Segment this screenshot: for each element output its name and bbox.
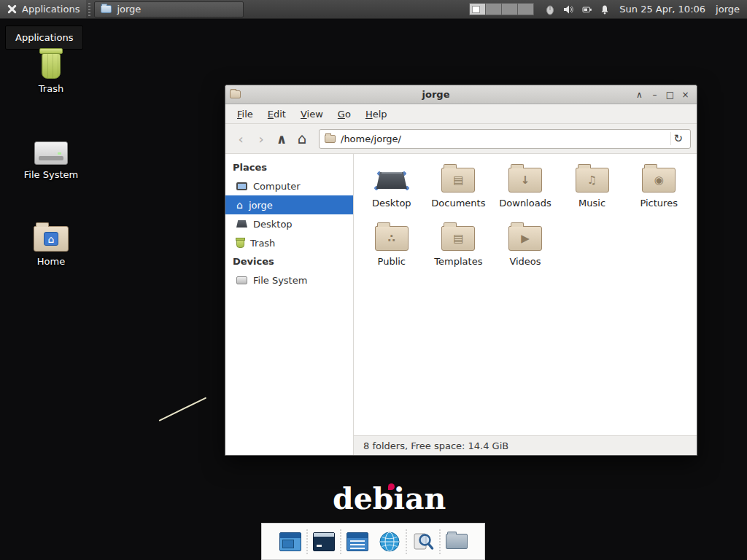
folder-icon: ◉ — [642, 168, 676, 192]
sidebar-item-label: jorge — [249, 200, 273, 211]
folder-icon: ♫ — [576, 168, 609, 192]
drive-icon — [236, 276, 247, 284]
file-item-desktop[interactable]: Desktop — [358, 163, 425, 209]
pictures-emblem-icon: ◉ — [643, 168, 675, 192]
sidebar-item-computer[interactable]: Computer — [225, 176, 353, 195]
menu-edit[interactable]: Edit — [260, 106, 293, 122]
videos-emblem-icon: ▶ — [509, 227, 541, 250]
minimize-button[interactable]: – — [648, 88, 662, 101]
file-label: Templates — [434, 256, 482, 267]
menu-view[interactable]: View — [293, 106, 330, 122]
dock-terminal[interactable] — [308, 527, 340, 556]
desktop-icon-label: File System — [11, 169, 91, 180]
sidebar-item-desktop[interactable]: Desktop — [225, 214, 353, 233]
statusbar: 8 folders, Free space: 14.4 GiB — [354, 435, 697, 455]
address-folder-icon — [325, 135, 336, 143]
notifications-bell-icon[interactable] — [599, 4, 611, 15]
desktop-icon-label: Trash — [11, 83, 91, 94]
system-tray — [544, 4, 611, 15]
sidebar-item-label: Trash — [250, 238, 275, 249]
show-desktop-icon — [279, 532, 301, 551]
public-emblem-icon: ∴ — [376, 227, 408, 250]
workspace-1[interactable] — [469, 3, 486, 15]
file-label: Documents — [431, 198, 485, 209]
text-editor-icon — [347, 532, 368, 551]
desktop-icon — [236, 220, 247, 228]
home-button[interactable]: ⌂ — [293, 129, 311, 148]
taskbar-window-button[interactable]: jorge — [94, 1, 244, 18]
menu-go[interactable]: Go — [330, 106, 358, 122]
close-button[interactable]: × — [678, 88, 692, 101]
sidebar-item-label: File System — [253, 275, 307, 286]
dock-show-desktop[interactable] — [274, 527, 306, 556]
battery-icon[interactable] — [581, 4, 592, 15]
back-button[interactable]: ‹ — [231, 129, 250, 148]
sidebar-item-jorge[interactable]: ⌂ jorge — [225, 195, 353, 214]
folder-icon: ▤ — [441, 226, 475, 251]
computer-icon — [236, 182, 247, 190]
desktop-icon-home[interactable]: ⌂ Home — [11, 218, 91, 267]
refresh-icon[interactable]: ↻ — [670, 132, 685, 145]
hard-drive-icon — [34, 141, 68, 165]
window-titlebar[interactable]: jorge ∧ – □ × — [225, 85, 697, 104]
folder-icon: ↓ — [508, 168, 542, 192]
folder-icon: ▤ — [441, 168, 475, 192]
panel-username: jorge — [716, 4, 740, 15]
dock-text-editor[interactable] — [341, 527, 374, 556]
taskbar-window-icon — [101, 5, 112, 13]
workspace-3[interactable] — [501, 3, 518, 15]
file-view[interactable]: Desktop ▤ Documents ↓ Downloads ♫ Music — [354, 154, 697, 435]
web-browser-globe-icon — [379, 531, 400, 553]
sidebar-item-label: Desktop — [253, 219, 293, 230]
devices-header: Devices — [225, 252, 353, 271]
menubar: File Edit View Go Help — [225, 104, 697, 124]
top-panel: Applications jorge Sun 25 Apr, 10:06 jor… — [0, 0, 747, 19]
menu-help[interactable]: Help — [358, 106, 395, 122]
file-item-documents[interactable]: ▤ Documents — [425, 163, 492, 209]
dock-app-finder[interactable] — [407, 527, 439, 556]
workspace-4[interactable] — [517, 3, 534, 15]
desktop-special-icon — [374, 168, 409, 192]
file-item-pictures[interactable]: ◉ Pictures — [625, 163, 692, 209]
file-label: Music — [578, 198, 605, 209]
panel-clock[interactable]: Sun 25 Apr, 10:06 — [619, 4, 705, 15]
desktop-icon-file-system[interactable]: File System — [11, 131, 91, 180]
maximize-button[interactable]: □ — [663, 88, 677, 101]
file-item-music[interactable]: ♫ Music — [559, 163, 626, 209]
dock-file-manager[interactable] — [441, 527, 473, 556]
menu-file[interactable]: File — [230, 106, 260, 122]
workspace-2[interactable] — [485, 3, 502, 15]
folder-icon: ▶ — [508, 226, 542, 251]
file-manager-window: jorge ∧ – □ × File Edit View Go Help ‹ ›… — [225, 85, 697, 456]
sidebar-item-label: Computer — [253, 181, 301, 192]
sidebar-item-file-system[interactable]: File System — [225, 271, 353, 289]
volume-icon[interactable] — [562, 4, 574, 15]
folder-icon: ∴ — [375, 226, 409, 251]
debian-wordmark: debian — [333, 481, 446, 516]
sidebar-item-trash[interactable]: Trash — [225, 233, 353, 252]
forward-button[interactable]: › — [252, 129, 271, 148]
trash-icon — [236, 239, 244, 248]
file-label: Desktop — [372, 198, 411, 209]
music-emblem-icon: ♫ — [576, 168, 608, 192]
home-badge-icon: ⌂ — [44, 232, 58, 246]
file-item-templates[interactable]: ▤ Templates — [425, 222, 492, 267]
file-label: Videos — [509, 256, 541, 267]
debian-swirl-icon — [388, 483, 395, 490]
up-button[interactable]: ∧ — [272, 129, 291, 148]
dock-web-browser[interactable] — [374, 527, 406, 556]
documents-emblem-icon: ▤ — [442, 168, 474, 192]
shade-button[interactable]: ∧ — [632, 88, 646, 101]
file-item-downloads[interactable]: ↓ Downloads — [492, 163, 559, 209]
file-item-public[interactable]: ∴ Public — [358, 222, 425, 267]
applications-menu-button[interactable]: Applications — [0, 0, 86, 18]
magnifier-icon — [412, 531, 434, 553]
address-path[interactable]: /home/jorge/ — [341, 133, 665, 144]
stray-line-artifact — [159, 397, 207, 421]
file-item-videos[interactable]: ▶ Videos — [492, 222, 559, 267]
desktop-icon-trash[interactable]: Trash — [11, 45, 91, 94]
mouse-icon[interactable] — [544, 4, 556, 15]
terminal-icon — [313, 532, 335, 551]
address-bar[interactable]: /home/jorge/ ↻ — [319, 129, 691, 149]
window-icon — [230, 90, 241, 98]
